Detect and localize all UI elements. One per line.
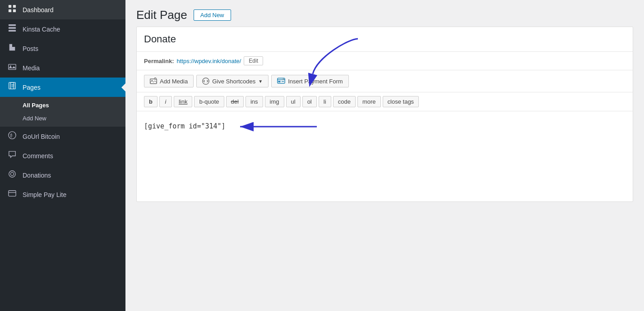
page-header: Edit Page Add New — [125, 0, 644, 27]
sidebar-pages-submenu: All Pages Add New — [0, 97, 125, 127]
sidebar-item-pages[interactable]: Pages — [0, 78, 125, 97]
sidebar-item-label: Pages — [23, 84, 41, 91]
edit-permalink-button[interactable]: Edit — [244, 56, 263, 65]
sidebar-item-posts[interactable]: Posts — [0, 39, 125, 58]
give-shortcodes-label: Give Shortcodes — [212, 78, 255, 85]
donations-icon — [7, 170, 17, 180]
format-li-button[interactable]: li — [319, 96, 331, 107]
format-close-tags-button[interactable]: close tags — [383, 96, 419, 107]
sidebar-sub-all-pages[interactable]: All Pages — [0, 99, 125, 112]
permalink-bar: Permalink: https://wpdev.ink/donate/ Edi… — [137, 52, 633, 70]
permalink-label: Permalink: — [144, 58, 174, 64]
posts-icon — [7, 43, 17, 54]
svg-rect-33 — [282, 81, 284, 82]
give-shortcodes-chevron: ▼ — [258, 79, 263, 84]
format-italic-button[interactable]: i — [159, 96, 172, 107]
svg-rect-20 — [9, 191, 16, 197]
give-shortcodes-button[interactable]: Give Shortcodes ▼ — [196, 75, 269, 87]
page-name-input[interactable] — [137, 27, 633, 52]
format-del-button[interactable]: del — [226, 96, 244, 107]
sidebar-item-label: Dashboard — [23, 6, 54, 14]
editor-content[interactable]: [give_form id="314"] — [137, 111, 633, 201]
sidebar-item-media[interactable]: Media — [0, 58, 125, 78]
simple-pay-lite-icon — [7, 189, 17, 200]
sidebar-item-gourl-bitcoin[interactable]: ₿ GoUrl Bitcoin — [0, 127, 125, 146]
sidebar-item-donations[interactable]: Donations — [0, 165, 125, 185]
add-media-label: Add Media — [160, 78, 188, 85]
insert-payment-label: Insert Payment Form — [288, 78, 343, 85]
svg-rect-32 — [278, 81, 281, 82]
svg-rect-4 — [9, 24, 16, 26]
shortcode-annotation-arrow — [236, 120, 326, 133]
svg-rect-0 — [9, 5, 11, 8]
sidebar-item-kinsta-cache[interactable]: Kinsta Cache — [0, 19, 125, 39]
sidebar-item-label: Posts — [23, 45, 38, 52]
svg-rect-9 — [9, 64, 16, 70]
media-icon — [7, 63, 17, 73]
format-ul-button[interactable]: ul — [286, 96, 301, 107]
sidebar-item-dashboard[interactable]: Dashboard — [0, 0, 125, 19]
svg-rect-2 — [9, 9, 11, 12]
svg-point-18 — [9, 171, 15, 177]
format-row: b i link b-quote del ins img ul ol li co… — [137, 92, 633, 111]
svg-rect-3 — [13, 9, 16, 12]
dashboard-icon — [7, 5, 17, 15]
permalink-url[interactable]: https://wpdev.ink/donate/ — [176, 58, 241, 64]
sidebar: Dashboard Kinsta Cache Posts Media Pages… — [0, 0, 125, 311]
format-code-button[interactable]: code — [333, 96, 356, 107]
format-ins-button[interactable]: ins — [246, 96, 263, 107]
add-media-button[interactable]: Add Media — [144, 75, 194, 87]
shortcode-text: [give_form id="314"] — [144, 122, 226, 130]
svg-rect-1 — [13, 5, 16, 8]
format-link-button[interactable]: link — [174, 96, 193, 107]
sidebar-item-label: GoUrl Bitcoin — [23, 133, 60, 140]
insert-payment-form-button[interactable]: Insert Payment Form — [271, 75, 348, 87]
main-content: Edit Page Add New Permalink: https://wpd… — [125, 0, 644, 311]
sidebar-item-label: Simple Pay Lite — [23, 191, 66, 198]
sidebar-item-simple-pay-lite[interactable]: Simple Pay Lite — [0, 185, 125, 204]
add-media-icon — [150, 78, 157, 85]
pages-icon — [7, 82, 17, 92]
sidebar-item-label: Comments — [23, 152, 53, 160]
toolbar-row: Add Media Give Shortcodes ▼ Insert Payme… — [137, 70, 633, 92]
svg-rect-6 — [9, 30, 16, 32]
editor-wrapper: Permalink: https://wpdev.ink/donate/ Edi… — [136, 27, 633, 202]
sidebar-item-label: Kinsta Cache — [23, 26, 60, 33]
comments-icon — [7, 151, 17, 161]
kinsta-cache-icon — [7, 24, 17, 34]
format-img-button[interactable]: img — [265, 96, 284, 107]
format-ol-button[interactable]: ol — [302, 96, 317, 107]
sidebar-item-label: Media — [23, 64, 40, 72]
give-shortcodes-icon — [202, 78, 209, 85]
sidebar-item-label: Donations — [23, 172, 51, 179]
add-new-button[interactable]: Add New — [194, 9, 231, 21]
svg-text:₿: ₿ — [10, 133, 12, 138]
page-title: Edit Page — [136, 8, 187, 22]
format-more-button[interactable]: more — [357, 96, 381, 107]
insert-payment-icon — [277, 78, 285, 85]
sidebar-item-comments[interactable]: Comments — [0, 146, 125, 165]
format-bold-button[interactable]: b — [144, 96, 158, 107]
gourl-bitcoin-icon: ₿ — [7, 131, 17, 142]
svg-point-19 — [10, 172, 14, 175]
format-bquote-button[interactable]: b-quote — [194, 96, 224, 107]
svg-rect-5 — [9, 27, 16, 29]
sidebar-sub-add-new[interactable]: Add New — [0, 112, 125, 125]
